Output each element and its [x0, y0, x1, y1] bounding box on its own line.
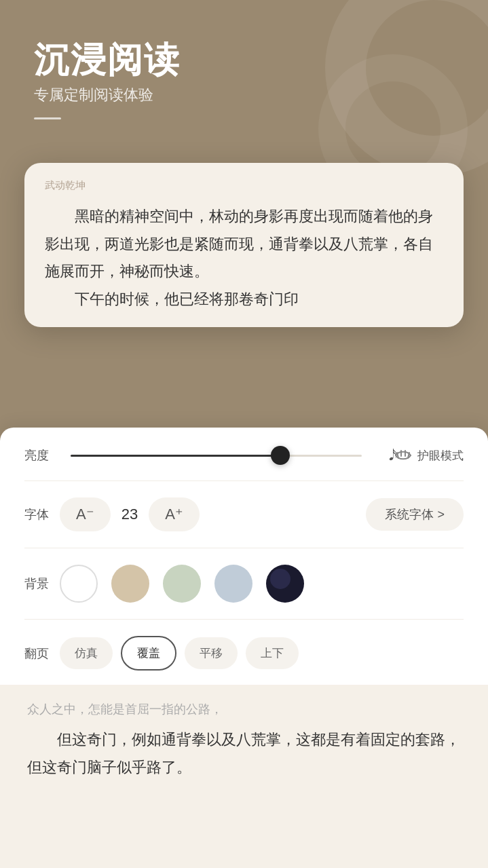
font-type-button[interactable]: 系统字体 > — [366, 498, 464, 531]
brightness-slider-track[interactable] — [71, 455, 362, 457]
font-increase-button[interactable]: A⁺ — [149, 497, 200, 531]
bottom-line1: 众人之中，怎能是首屈一指的公路， — [27, 698, 461, 721]
header: 沉浸阅读 专属定制阅读体验 — [34, 41, 181, 119]
reader-card: 武动乾坤 黑暗的精神空间中，林动的身影再度出现而随着他的身影出现，两道光影也是紧… — [24, 163, 464, 327]
bottom-paragraph1: 但这奇门，例如通背拳以及八荒掌，这都是有着固定的套路，但这奇门脑子似乎路了。 — [27, 726, 461, 781]
divider-2 — [24, 548, 464, 548]
paragraph-2: 下午的时候，他已经将那卷奇门印 — [45, 286, 443, 314]
app-subtitle: 专属定制阅读体验 — [34, 85, 181, 105]
pageturn-scroll-button[interactable]: 上下 — [246, 637, 299, 669]
reader-content: 黑暗的精神空间中，林动的身影再度出现而随着他的身影出现，两道光影也是紧随而现，通… — [45, 203, 443, 314]
bg-color-dark[interactable] — [266, 565, 304, 603]
bg-label: 背景 — [24, 575, 60, 592]
eye-closed-icon — [394, 449, 412, 461]
font-label: 字体 — [24, 506, 60, 523]
brightness-label: 亮度 — [24, 447, 60, 464]
bg-color-white[interactable] — [60, 565, 98, 603]
background-row: 背景 — [24, 565, 464, 603]
header-divider — [34, 117, 61, 119]
pageturn-options: 仿真 覆盖 平移 上下 — [60, 636, 464, 671]
bg-color-warm[interactable] — [111, 565, 149, 603]
book-title: 武动乾坤 — [45, 179, 443, 192]
bottom-text-area: 众人之中，怎能是首屈一指的公路， 但这奇门，例如通背拳以及八荒掌，这都是有着固定… — [0, 685, 488, 868]
font-size-display: 23 — [121, 506, 138, 523]
font-row: 字体 A⁻ 23 A⁺ 系统字体 > — [24, 497, 464, 531]
night-mode-label: 护眼模式 — [417, 448, 464, 464]
pageturn-slide-button[interactable]: 平移 — [185, 637, 238, 669]
bg-color-blue[interactable] — [214, 565, 252, 603]
pageturn-row: 翻页 仿真 覆盖 平移 上下 — [24, 636, 464, 671]
divider-3 — [24, 619, 464, 620]
font-controls: A⁻ 23 A⁺ 系统字体 > — [60, 497, 464, 531]
bg-color-options — [60, 565, 464, 603]
controls-panel: 亮度 𝅘𝅥𝅯 护眼模式 字体 A⁻ 23 A⁺ 系统字体 — [0, 428, 488, 687]
night-mode-toggle[interactable]: 𝅘𝅥𝅯 护眼模式 — [389, 447, 464, 464]
pageturn-cover-button[interactable]: 覆盖 — [121, 636, 176, 671]
font-decrease-button[interactable]: A⁻ — [60, 497, 111, 531]
brightness-slider-thumb[interactable] — [271, 446, 290, 465]
brightness-row: 亮度 𝅘𝅥𝅯 护眼模式 — [24, 447, 464, 464]
app-title: 沉浸阅读 — [34, 41, 181, 79]
paragraph-1: 黑暗的精神空间中，林动的身影再度出现而随着他的身影出现，两道光影也是紧随而现，通… — [45, 203, 443, 286]
bottom-content: 众人之中，怎能是首屈一指的公路， 但这奇门，例如通背拳以及八荒掌，这都是有着固定… — [27, 698, 461, 782]
pageturn-simulated-button[interactable]: 仿真 — [60, 637, 113, 669]
brightness-slider-fill — [71, 455, 280, 457]
bg-color-green[interactable] — [163, 565, 201, 603]
pageturn-label: 翻页 — [24, 645, 60, 662]
divider-1 — [24, 480, 464, 481]
